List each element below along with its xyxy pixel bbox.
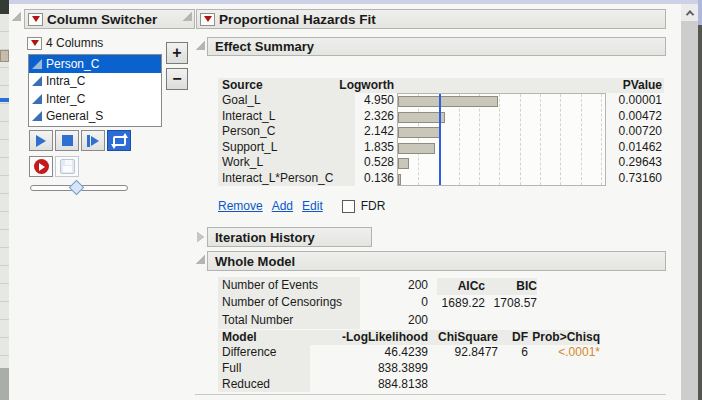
continuous-column-icon <box>32 76 42 86</box>
list-item-person-c[interactable]: Person_C <box>29 55 161 73</box>
background-window-dark-edge <box>0 0 9 14</box>
logworth-bar <box>398 96 498 107</box>
whole-model-disclosure-icon[interactable] <box>196 255 205 264</box>
model-test-table: Model -LogLikelihood ChiSquare DF Prob>C… <box>218 330 600 392</box>
speed-slider[interactable] <box>30 185 128 191</box>
effect-summary-header-row: Source Logworth PValue <box>218 78 664 93</box>
effect-pvalue: 0.29643 <box>606 155 664 171</box>
effect-logworth: 0.136 <box>355 171 394 187</box>
logworth-bar <box>398 143 435 154</box>
count-row: Number of Censorings 0 <box>218 294 432 311</box>
chisquare-value <box>428 377 498 393</box>
vertical-scrollbar[interactable] <box>681 4 698 400</box>
iteration-history-header: Iteration History <box>207 227 372 247</box>
aic-bic-table: AICc BIC 1689.22 1708.57 <box>437 278 537 312</box>
remove-link[interactable]: Remove <box>218 199 263 213</box>
effect-pvalue: 0.00001 <box>606 93 664 109</box>
count-label: Number of Censorings <box>218 294 360 311</box>
record-icon <box>34 159 49 174</box>
effect-summary-table: Source Logworth PValue Goal_L 4.950 0.00… <box>218 78 664 186</box>
count-label: Number of Events <box>218 277 360 294</box>
stop-button[interactable] <box>55 130 79 151</box>
df-value <box>498 361 528 377</box>
add-link[interactable]: Add <box>272 199 293 213</box>
prob-chisq-value <box>528 361 600 377</box>
effect-summary-title: Effect Summary <box>215 39 314 54</box>
save-button[interactable] <box>55 156 79 177</box>
chisquare-value <box>428 361 498 377</box>
column-switcher-disclosure-icon[interactable] <box>12 12 21 21</box>
effect-summary-actions: Remove Add Edit FDR <box>218 199 385 213</box>
count-value: 0 <box>360 294 432 311</box>
effect-logworth: 2.326 <box>355 109 394 125</box>
pvalue-column-header: PValue <box>623 78 662 92</box>
background-blue-tick <box>0 98 9 102</box>
effect-source: Interact_L*Person_C <box>218 171 355 187</box>
effect-pvalue: 0.73160 <box>606 171 664 187</box>
model-header: Model <box>218 330 310 345</box>
red-triangle-icon <box>32 16 40 22</box>
report-menu-button[interactable] <box>200 13 215 26</box>
red-triangle-icon <box>31 40 39 46</box>
effect-pvalue: 0.00472 <box>606 109 664 125</box>
iteration-history-title: Iteration History <box>215 230 315 245</box>
stop-icon <box>62 135 73 146</box>
aicc-header: AICc <box>437 278 485 295</box>
logworth-bar <box>398 174 401 185</box>
remove-column-button[interactable]: − <box>166 68 188 90</box>
columns-menu-button[interactable] <box>27 37 42 50</box>
model-name: Reduced <box>218 377 310 393</box>
continuous-column-icon <box>32 59 42 69</box>
bic-header: BIC <box>485 278 537 295</box>
effect-logworth: 0.528 <box>355 155 394 171</box>
slider-thumb[interactable] <box>69 180 85 196</box>
bic-value: 1708.57 <box>485 295 537 312</box>
record-button[interactable] <box>29 156 53 177</box>
report-disclosure-icon[interactable] <box>183 12 192 21</box>
prob-chisq-header: Prob>Chisq <box>528 330 600 345</box>
column-switcher-header: Column Switcher <box>24 9 195 29</box>
effect-pvalue: 0.00720 <box>606 124 664 140</box>
whole-model-title: Whole Model <box>215 254 295 269</box>
step-button[interactable] <box>81 130 105 151</box>
model-table-header-row: Model -LogLikelihood ChiSquare DF Prob>C… <box>218 330 600 345</box>
edit-link[interactable]: Edit <box>302 199 323 213</box>
loglikelihood-header: -LogLikelihood <box>310 330 428 345</box>
effect-summary-disclosure-icon[interactable] <box>196 41 205 50</box>
logworth-bar-chart <box>397 93 606 186</box>
chevron-up-icon <box>685 10 693 18</box>
play-button[interactable] <box>29 130 53 151</box>
list-item-intra-c[interactable]: Intra_C <box>29 73 161 91</box>
effect-summary-header: Effect Summary <box>207 37 666 56</box>
model-name: Difference <box>218 345 310 361</box>
chisquare-value: 92.8477 <box>428 345 498 361</box>
continuous-column-icon <box>32 94 42 104</box>
column-switcher-menu-button[interactable] <box>28 13 43 26</box>
column-list[interactable]: Person_C Intra_C Inter_C General_S <box>28 54 162 127</box>
iteration-history-disclosure-icon[interactable] <box>197 232 204 242</box>
loop-button[interactable] <box>107 130 131 151</box>
list-item-general-s[interactable]: General_S <box>29 108 161 126</box>
list-item-label: General_S <box>46 109 103 123</box>
window-right-border-top <box>698 0 702 25</box>
column-switcher-title: Column Switcher <box>47 12 157 27</box>
df-value <box>498 377 528 393</box>
effect-source: Person_C <box>218 124 355 140</box>
fdr-checkbox[interactable] <box>342 200 355 213</box>
background-window-strip <box>0 0 9 400</box>
logworth-column-header: Logworth <box>218 78 394 92</box>
effect-source: Goal_L <box>218 93 355 109</box>
whole-model-counts: Number of Events 200 Number of Censoring… <box>218 277 432 329</box>
window-top-border <box>9 0 702 4</box>
whole-model-header: Whole Model <box>207 251 666 271</box>
loglikelihood-value: 46.4239 <box>310 345 428 361</box>
add-column-button[interactable]: + <box>166 42 188 64</box>
list-item-inter-c[interactable]: Inter_C <box>29 90 161 108</box>
scroll-up-button[interactable] <box>681 4 698 21</box>
background-bottom-block <box>0 368 9 400</box>
section-divider <box>195 394 666 395</box>
model-table-row: Difference 46.4239 92.8477 6 <.0001* <box>218 345 600 361</box>
model-table-row: Reduced 884.8138 <box>218 377 600 393</box>
list-item-label: Inter_C <box>46 92 85 106</box>
df-value: 6 <box>498 345 528 361</box>
